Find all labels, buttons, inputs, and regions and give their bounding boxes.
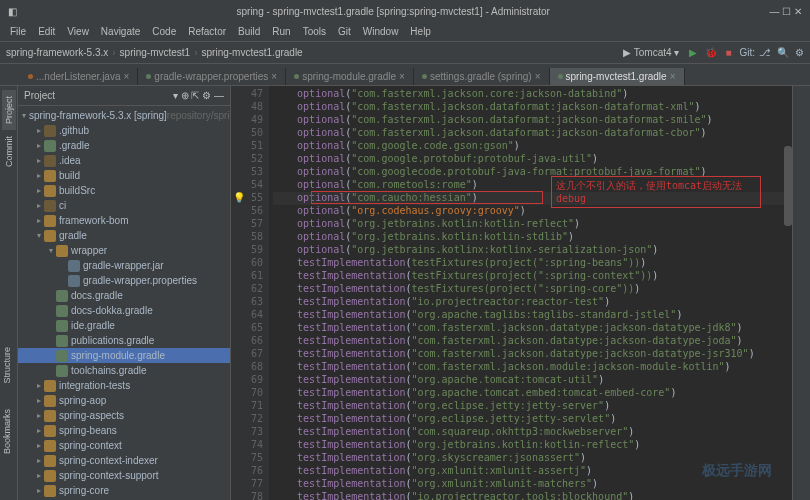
menu-help[interactable]: Help (404, 26, 437, 37)
code-line[interactable]: testImplementation("org.eclipse.jetty:je… (273, 400, 792, 413)
editor-tab[interactable]: gradle-wrapper.properties× (138, 68, 286, 85)
tree-item[interactable]: docs.gradle (18, 288, 230, 303)
tree-item[interactable]: ▸spring-context (18, 438, 230, 453)
tool-tab-project[interactable]: Project (2, 90, 16, 130)
stop-button[interactable]: ■ (721, 47, 735, 58)
tree-item[interactable]: toolchains.gradle (18, 363, 230, 378)
menu-navigate[interactable]: Navigate (95, 26, 146, 37)
code-line[interactable]: optional("com.google.code.gson:gson") (273, 140, 792, 153)
menu-tools[interactable]: Tools (297, 26, 332, 37)
settings-icon[interactable]: ⚙ (795, 47, 804, 58)
menu-refactor[interactable]: Refactor (182, 26, 232, 37)
tool-tab-commit[interactable]: Commit (2, 130, 16, 173)
breadcrumb-item[interactable]: spring-mvctest1 (120, 47, 191, 58)
tree-item[interactable]: ▸spring-aop (18, 393, 230, 408)
scrollbar-thumb[interactable] (784, 146, 792, 226)
close-tab-icon[interactable]: × (535, 71, 541, 82)
code-line[interactable]: optional("org.jetbrains.kotlin:kotlin-st… (273, 231, 792, 244)
tree-item[interactable]: ▸build (18, 168, 230, 183)
tree-item[interactable]: publications.gradle (18, 333, 230, 348)
breadcrumb-item[interactable]: spring-framework-5.3.x (6, 47, 108, 58)
tree-item[interactable]: ▾wrapper (18, 243, 230, 258)
breadcrumb-item[interactable]: spring-mvctest1.gradle (202, 47, 303, 58)
tree-item[interactable]: gradle-wrapper.properties (18, 273, 230, 288)
menu-code[interactable]: Code (146, 26, 182, 37)
run-button[interactable]: ▶ (685, 47, 701, 58)
tree-item[interactable]: gradle-wrapper.jar (18, 258, 230, 273)
collapse-all-icon[interactable]: ⇱ (191, 90, 199, 101)
run-config-selector[interactable]: ▶ Tomcat4 ▾ (617, 47, 685, 58)
code-line[interactable]: testImplementation("com.fasterxml.jackso… (273, 322, 792, 335)
menu-run[interactable]: Run (266, 26, 296, 37)
tree-item[interactable]: ▸spring-beans (18, 423, 230, 438)
tree-item[interactable]: ▸spring-context-indexer (18, 453, 230, 468)
gutter[interactable]: 4748495051525354💡 5556575859606162636465… (231, 86, 269, 500)
code-line[interactable]: testImplementation("com.fasterxml.jackso… (273, 361, 792, 374)
code-line[interactable]: testImplementation("org.apache.tomcat:to… (273, 374, 792, 387)
maximize-button[interactable]: ☐ (782, 6, 791, 17)
code-area[interactable]: optional("com.fasterxml.jackson.core:jac… (269, 86, 792, 500)
tree-item[interactable]: ▸framework-bom (18, 213, 230, 228)
code-line[interactable]: testImplementation("org.jetbrains.kotlin… (273, 439, 792, 452)
code-line[interactable]: testImplementation(testFixtures(project(… (273, 270, 792, 283)
code-line[interactable]: testImplementation("io.projectreactor:re… (273, 296, 792, 309)
close-button[interactable]: ✕ (794, 6, 802, 17)
hide-panel-icon[interactable]: — (214, 90, 224, 101)
code-line[interactable]: optional("com.fasterxml.jackson.core:jac… (273, 88, 792, 101)
code-line[interactable]: testImplementation(testFixtures(project(… (273, 257, 792, 270)
code-line[interactable]: testImplementation("org.apache.taglibs:t… (273, 309, 792, 322)
menu-file[interactable]: File (4, 26, 32, 37)
code-line[interactable]: optional("org.jetbrains.kotlinx:kotlinx-… (273, 244, 792, 257)
search-icon[interactable]: 🔍 (771, 47, 795, 58)
code-line[interactable]: testImplementation("org.eclipse.jetty:je… (273, 413, 792, 426)
tree-item[interactable]: ide.gradle (18, 318, 230, 333)
tree-item[interactable]: ▸.idea (18, 153, 230, 168)
menu-window[interactable]: Window (357, 26, 405, 37)
code-line[interactable]: optional("org.jetbrains.kotlin:kotlin-re… (273, 218, 792, 231)
project-panel-dropdown-icon[interactable]: ▾ (173, 90, 178, 101)
close-tab-icon[interactable]: × (271, 71, 277, 82)
tree-item[interactable]: ▾spring-framework-5.3.x [spring] reposit… (18, 108, 230, 123)
editor-tab[interactable]: spring-mvctest1.gradle× (550, 68, 685, 85)
code-line[interactable]: testImplementation("org.apache.tomcat.em… (273, 387, 792, 400)
tree-item[interactable]: ▸spring-core (18, 483, 230, 498)
code-line[interactable]: testImplementation("com.fasterxml.jackso… (273, 348, 792, 361)
editor-tab[interactable]: ...nderListener.java× (20, 68, 138, 85)
debug-button[interactable]: 🐞 (701, 47, 721, 58)
minimize-button[interactable]: — (769, 6, 779, 17)
select-opened-file-icon[interactable]: ⊕ (181, 90, 189, 101)
code-line[interactable]: testImplementation(testFixtures(project(… (273, 283, 792, 296)
code-line[interactable]: optional("com.fasterxml.jackson.dataform… (273, 114, 792, 127)
close-tab-icon[interactable]: × (124, 71, 130, 82)
tree-item[interactable]: docs-dokka.gradle (18, 303, 230, 318)
editor-tab[interactable]: settings.gradle (spring)× (414, 68, 550, 85)
menu-build[interactable]: Build (232, 26, 266, 37)
tree-item[interactable]: ▸spring-context-support (18, 468, 230, 483)
editor-tab[interactable]: spring-module.gradle× (286, 68, 414, 85)
menu-view[interactable]: View (61, 26, 95, 37)
panel-settings-icon[interactable]: ⚙ (202, 90, 211, 101)
breadcrumb[interactable]: spring-framework-5.3.x›spring-mvctest1›s… (6, 47, 303, 58)
close-tab-icon[interactable]: × (670, 71, 676, 82)
tree-item[interactable]: ▾gradle (18, 228, 230, 243)
code-line[interactable]: optional("com.fasterxml.jackson.dataform… (273, 127, 792, 140)
code-line[interactable]: optional("com.google.protobuf:protobuf-j… (273, 153, 792, 166)
tree-item[interactable]: spring-module.gradle (18, 348, 230, 363)
tree-item[interactable]: ▸spring-aspects (18, 408, 230, 423)
tool-tab-bookmarks[interactable]: Bookmarks (0, 403, 14, 460)
tree-item[interactable]: ▸.github (18, 123, 230, 138)
code-editor[interactable]: 4748495051525354💡 5556575859606162636465… (231, 86, 792, 500)
menu-git[interactable]: Git (332, 26, 357, 37)
tool-tab-structure[interactable]: Structure (0, 341, 14, 390)
tree-item[interactable]: ▸ci (18, 198, 230, 213)
close-tab-icon[interactable]: × (399, 71, 405, 82)
project-tree[interactable]: ▾spring-framework-5.3.x [spring] reposit… (18, 106, 230, 500)
code-line[interactable]: optional("com.fasterxml.jackson.dataform… (273, 101, 792, 114)
menu-edit[interactable]: Edit (32, 26, 61, 37)
git-branch-icon[interactable]: ⎇ (759, 47, 771, 58)
code-line[interactable]: testImplementation("io.projectreactor.to… (273, 491, 792, 500)
tree-item[interactable]: ▸integration-tests (18, 378, 230, 393)
tree-item[interactable]: ▸buildSrc (18, 183, 230, 198)
code-line[interactable]: testImplementation("com.fasterxml.jackso… (273, 335, 792, 348)
code-line[interactable]: testImplementation("com.squareup.okhttp3… (273, 426, 792, 439)
